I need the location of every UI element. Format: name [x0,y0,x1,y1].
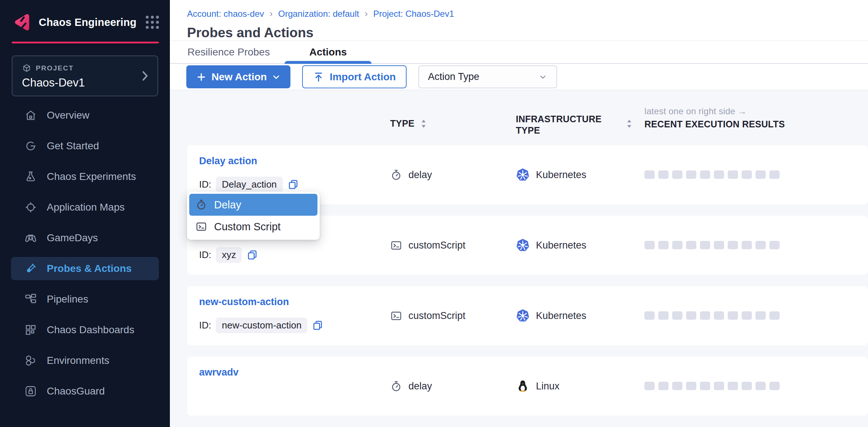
sort-icon[interactable] [420,119,427,129]
crosshair-icon [24,201,37,214]
kubernetes-icon [516,168,530,182]
action-name-link[interactable]: Delay action [199,155,257,167]
tab-actions[interactable]: Actions [285,41,372,63]
execution-result-pill [658,382,669,390]
execution-result-pill [728,311,738,320]
execution-result-pill [700,382,710,390]
sort-icon[interactable] [626,119,632,129]
action-type-value: Action Type [428,71,479,82]
execution-result-pill [658,241,669,249]
column-header-infrastructure-type: INFRASTRUCTURE TYPE [516,114,602,136]
new-action-dropdown: Delay Custom Script [187,192,320,240]
dropdown-item-delay[interactable]: Delay [189,194,317,216]
copy-icon[interactable] [312,320,323,331]
sidebar-item-chaos-experiments[interactable]: Chaos Experiments [11,165,159,188]
dropdown-item-custom-script[interactable]: Custom Script [189,216,317,238]
execution-result-pill [700,241,710,249]
new-action-label: New Action [212,71,267,83]
toolbar: New Action Import Action Action Type [170,64,868,90]
tab-resilience-probes[interactable]: Resilience Probes [173,41,285,63]
type-value: delay [408,169,432,181]
page-title: Probes and Actions [187,25,868,41]
column-header-recent-executions: latest one on right side → RECENT EXECUT… [644,106,785,130]
project-selector[interactable]: PROJECT Chaos-Dev1 [12,55,158,96]
terminal-icon [195,221,207,232]
dropdown-item-label: Delay [214,199,241,211]
get-started-icon [24,140,37,152]
main-content: Account: chaos-dev › Organization: defau… [170,0,868,427]
action-id-row: ID: new-custom-action [199,318,323,333]
sidebar-item-label: Chaos Experiments [47,171,136,182]
breadcrumb-account-link[interactable]: Account: chaos-dev [187,9,264,19]
table-header: TYPE INFRASTRUCTURE TYPE latest one on r… [170,90,868,145]
execution-result-pill [728,382,738,390]
sidebar-item-label: Overview [47,109,90,121]
action-id-pill: xyz [216,247,242,263]
sidebar-item-label: Application Maps [47,201,125,213]
execution-result-pill [672,170,682,179]
brand-divider [12,42,159,43]
sidebar-item-chaosguard[interactable]: ChaosGuard [11,380,159,403]
execution-result-pill [769,241,780,249]
execution-result-pill [686,382,696,390]
execution-result-pill [672,241,682,249]
breadcrumb-organization-link[interactable]: Organization: default [278,9,359,19]
action-name-link[interactable]: new-custom-action [199,296,289,308]
sidebar-item-environments[interactable]: Environments [11,349,159,372]
linux-icon [516,379,530,393]
sidebar-item-overview[interactable]: Overview [11,104,159,127]
action-row: awrvadv delay Linu [187,357,868,416]
execution-result-pill [769,170,780,179]
sidebar-item-chaos-dashboards[interactable]: Chaos Dashboards [11,318,159,342]
action-name-link[interactable]: awrvadv [199,367,239,378]
execution-result-pill [658,311,669,320]
action-type-select[interactable]: Action Type [418,65,557,88]
import-action-label: Import Action [330,71,396,83]
sidebar-item-application-maps[interactable]: Application Maps [11,196,159,219]
project-label: PROJECT [36,64,74,72]
type-cell: customScript [390,286,465,345]
kubernetes-icon [516,309,530,323]
sidebar-item-pipelines[interactable]: Pipelines [11,288,159,311]
app-grid-icon[interactable] [146,16,159,29]
type-cell: delay [390,145,432,204]
breadcrumb-separator: › [270,8,273,19]
copy-icon[interactable] [247,249,258,261]
new-action-button[interactable]: New Action [186,65,290,88]
infrastructure-value: Kubernetes [536,240,586,251]
copy-icon[interactable] [288,179,299,190]
id-label: ID: [199,179,211,190]
terminal-icon [390,239,402,251]
breadcrumb-project-link[interactable]: Project: Chaos-Dev1 [373,9,454,19]
sidebar-item-probes-actions[interactable]: Probes & Actions [11,257,159,280]
recent-execution-results [644,170,780,179]
execution-result-pill [658,170,669,179]
execution-result-pill [769,382,780,390]
sidebar: Chaos Engineering PROJECT Chaos-Dev1 Ove… [0,0,170,427]
execution-result-pill [742,170,752,179]
chevron-right-icon [141,70,149,82]
execution-result-pill [755,382,766,390]
execution-result-pill [700,170,710,179]
execution-result-pill [686,170,696,179]
import-action-button[interactable]: Import Action [302,65,407,88]
recent-results-note: latest one on right side → [644,106,785,116]
id-label: ID: [199,249,211,261]
hexagons-icon [24,354,37,367]
infrastructure-cell: Kubernetes [516,145,586,204]
execution-result-pill [644,382,655,390]
infrastructure-value: Linux [536,381,560,392]
type-value: customScript [408,240,465,251]
execution-result-pill [728,241,738,249]
execution-result-pill [686,241,696,249]
infrastructure-cell: Kubernetes [516,216,586,275]
sidebar-item-gamedays[interactable]: GameDays [11,226,159,250]
execution-result-pill [742,311,752,320]
sidebar-item-get-started[interactable]: Get Started [11,134,159,158]
type-value: delay [408,381,432,392]
home-icon [24,109,37,122]
plus-icon [196,72,207,82]
recent-execution-results [644,382,780,390]
terminal-icon [390,310,402,322]
execution-result-pill [714,382,724,390]
